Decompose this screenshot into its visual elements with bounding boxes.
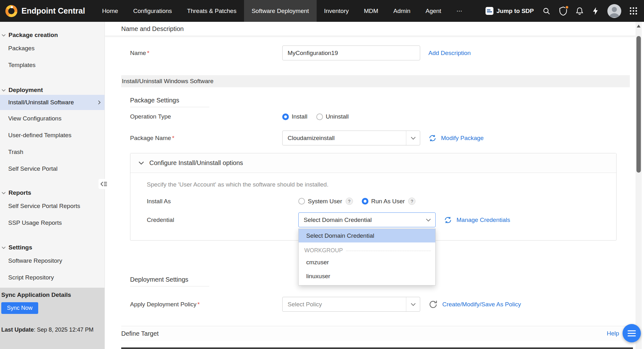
chevron-down-icon [406, 297, 420, 311]
name-row: Name* Add Description [121, 46, 630, 60]
deployment-policy-label: Apply Deployment Policy* [121, 301, 282, 308]
nav-more[interactable]: ⋯ [449, 0, 470, 22]
sidebar-item-ssp-usage-reports[interactable]: SSP Usage Reports [0, 214, 104, 231]
jump-to-sdp-button[interactable]: Jump to SDP [486, 7, 534, 15]
chevron-down-icon [421, 213, 435, 227]
system-user-option[interactable]: System User [298, 198, 342, 205]
chevron-down-icon [139, 161, 144, 165]
sidebar-section-settings[interactable]: Settings [0, 243, 104, 252]
sidebar-section-package-creation[interactable]: Package creation [0, 30, 104, 40]
sidebar-item-trash[interactable]: Trash [0, 144, 104, 160]
chevron-down-icon [2, 192, 6, 194]
create-modify-policy-link[interactable]: Create/Modify/Save As Policy [442, 301, 521, 308]
dropdown-option-linuxuser[interactable]: linuxuser [299, 269, 435, 283]
scrollbar-thumb[interactable] [636, 36, 641, 173]
sync-now-button[interactable]: Sync Now [1, 302, 38, 314]
modify-package-link[interactable]: Modify Package [441, 135, 484, 142]
system-user-radio[interactable] [298, 198, 305, 205]
dropdown-option-cmzuser[interactable]: cmzuser [299, 255, 435, 269]
refresh-credentials-icon[interactable] [444, 216, 452, 224]
shield-notifications-icon[interactable] [559, 7, 567, 15]
deployment-settings-heading: Deployment Settings [130, 276, 209, 286]
scroll-up-arrow[interactable] [637, 25, 641, 28]
sidebar-item-self-service-portal[interactable]: Self Service Portal [0, 160, 104, 177]
refresh-policy-icon[interactable] [428, 300, 438, 309]
dropdown-option-select-domain-credential[interactable]: Select Domain Credential [299, 229, 435, 242]
sidebar-item-view-configurations[interactable]: View Configurations [0, 110, 104, 127]
brand-name: Endpoint Central [21, 6, 85, 15]
package-name-label: Package Name* [121, 135, 282, 142]
required-asterisk: * [147, 50, 149, 56]
define-target-bar: Define Target Help [121, 326, 630, 341]
section-bar-install-uninstall: Install/Uninstall Windows Software [121, 75, 630, 87]
sidebar-item-packages[interactable]: Packages [0, 40, 104, 57]
sidebar-item-install-uninstall-software[interactable]: Install/Uninstall Software [0, 95, 104, 110]
sidebar-section-reports[interactable]: Reports [0, 188, 104, 198]
credential-dropdown: Select Domain Credential WORKGROUP cmzus… [298, 229, 436, 285]
sync-panel-title: Sync Application Details [1, 291, 104, 298]
install-radio[interactable] [282, 113, 289, 120]
chevron-right-icon [98, 100, 101, 105]
manage-credentials-link[interactable]: Manage Credentials [456, 217, 510, 223]
quick-actions-fab[interactable] [623, 324, 641, 342]
brand[interactable]: Endpoint Central [0, 0, 94, 22]
uninstall-radio[interactable] [316, 113, 323, 120]
configure-panel-header[interactable]: Configure Install/Uninstall options [130, 153, 616, 173]
required-asterisk: * [172, 135, 174, 141]
install-as-label: Install As [147, 198, 298, 205]
install-as-row: Install As System User ? Run As User ? [147, 198, 616, 205]
nav-home[interactable]: Home [94, 0, 126, 22]
operation-uninstall-option[interactable]: Uninstall [316, 113, 349, 120]
sidebar-item-script-repository[interactable]: Script Repository [0, 269, 104, 286]
sidebar-section-deployment[interactable]: Deployment [0, 85, 104, 95]
lightning-icon[interactable] [592, 7, 599, 15]
topbar-right: Jump to SDP [486, 0, 644, 22]
credential-select[interactable]: Select Domain Credential [298, 212, 436, 227]
help-link[interactable]: Help [607, 330, 619, 337]
endpoint-central-logo-icon [5, 5, 17, 17]
sidebar-item-user-defined-templates[interactable]: User-defined Templates [0, 127, 104, 144]
run-as-user-option[interactable]: Run As User [362, 198, 405, 205]
configure-options-panel: Configure Install/Uninstall options Spec… [130, 153, 617, 241]
operation-type-row: Operation Type Install Uninstall [121, 110, 630, 123]
credential-row: Credential Select Domain Credential Sele… [147, 212, 616, 227]
section-header-name-description: Name and Description [105, 22, 635, 36]
sdp-icon [486, 7, 493, 15]
sidebar-collapse-toggle[interactable] [98, 179, 109, 189]
user-avatar[interactable] [607, 4, 621, 18]
add-description-link[interactable]: Add Description [428, 50, 471, 57]
vertical-scrollbar[interactable] [635, 22, 642, 349]
nav-mdm[interactable]: MDM [356, 0, 386, 22]
package-name-row: Package Name* Cloudamizeinstall Modify P… [121, 131, 630, 145]
configuration-name-input[interactable] [282, 46, 420, 60]
nav-threats-patches[interactable]: Threats & Patches [180, 0, 244, 22]
chevron-down-icon [406, 131, 420, 145]
nav-agent[interactable]: Agent [418, 0, 449, 22]
sidebar: Package creation Packages Templates Depl… [0, 22, 105, 349]
name-label: Name* [121, 50, 282, 57]
define-target-title: Define Target [121, 330, 159, 337]
operation-type-label: Operation Type [121, 113, 282, 120]
run-as-user-help-icon[interactable]: ? [408, 198, 415, 205]
nav-admin[interactable]: Admin [386, 0, 418, 22]
sidebar-item-ssp-reports[interactable]: Self Service Portal Reports [0, 198, 104, 214]
nav-configurations[interactable]: Configurations [126, 0, 180, 22]
search-icon[interactable] [542, 7, 551, 15]
deployment-policy-row: Apply Deployment Policy* Select Policy C… [121, 297, 630, 312]
nav-software-deployment[interactable]: Software Deployment [244, 0, 317, 22]
system-user-help-icon[interactable]: ? [346, 198, 353, 205]
required-asterisk: * [197, 301, 200, 308]
package-name-select[interactable]: Cloudamizeinstall [282, 131, 420, 145]
operation-install-option[interactable]: Install [282, 113, 307, 120]
deployment-policy-select[interactable]: Select Policy [282, 297, 420, 312]
notification-dot [565, 5, 569, 9]
last-update-text: Last Update: Sep 8, 2025 12:47 PM [1, 327, 104, 333]
bell-icon[interactable] [576, 7, 583, 15]
run-as-user-radio[interactable] [362, 198, 368, 205]
chevron-down-icon [2, 89, 6, 92]
apps-grid-icon[interactable] [630, 7, 637, 15]
sidebar-item-software-repository[interactable]: Software Repository [0, 252, 104, 269]
refresh-package-icon[interactable] [428, 134, 437, 142]
nav-inventory[interactable]: Inventory [317, 0, 356, 22]
sidebar-item-templates[interactable]: Templates [0, 57, 104, 73]
